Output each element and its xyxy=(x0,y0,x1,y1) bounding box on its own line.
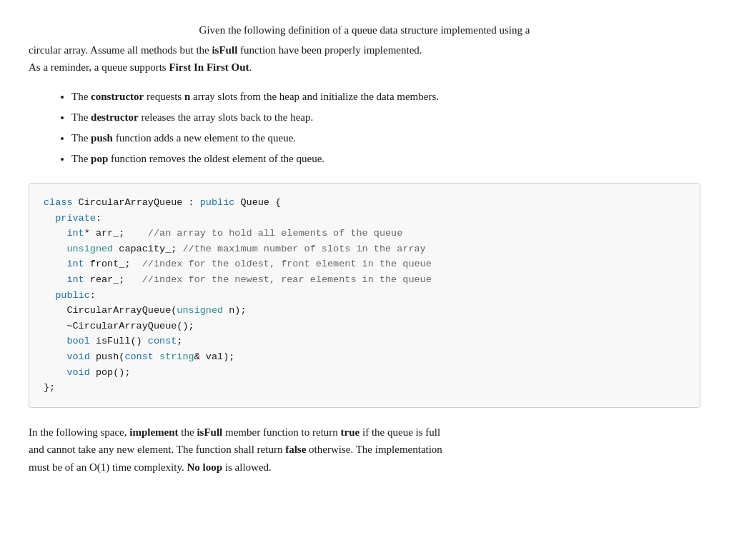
intro-paragraph: Given the following definition of a queu… xyxy=(29,21,700,76)
bullet-list: The constructor requests n array slots f… xyxy=(71,87,700,169)
list-item: The constructor requests n array slots f… xyxy=(71,87,700,106)
conclusion-line2: and cannot take any new element. The fun… xyxy=(29,444,442,455)
third-line: As a reminder, a queue supports First In… xyxy=(29,61,252,73)
conclusion-line3: must be of an O(1) time complexity. No l… xyxy=(29,461,272,473)
list-item: The pop function removes the oldest elem… xyxy=(71,149,700,169)
conclusion-paragraph: In the following space, implement the is… xyxy=(29,424,700,476)
first-line: Given the following definition of a queu… xyxy=(29,21,700,39)
second-line: circular array. Assume all methods but t… xyxy=(29,44,422,56)
list-item: The destructor releases the array slots … xyxy=(71,108,700,127)
list-item: The push function adds a new element to … xyxy=(71,129,700,148)
code-block: class CircularArrayQueue : public Queue … xyxy=(29,183,700,408)
conclusion-line1: In the following space, implement the is… xyxy=(29,426,440,438)
